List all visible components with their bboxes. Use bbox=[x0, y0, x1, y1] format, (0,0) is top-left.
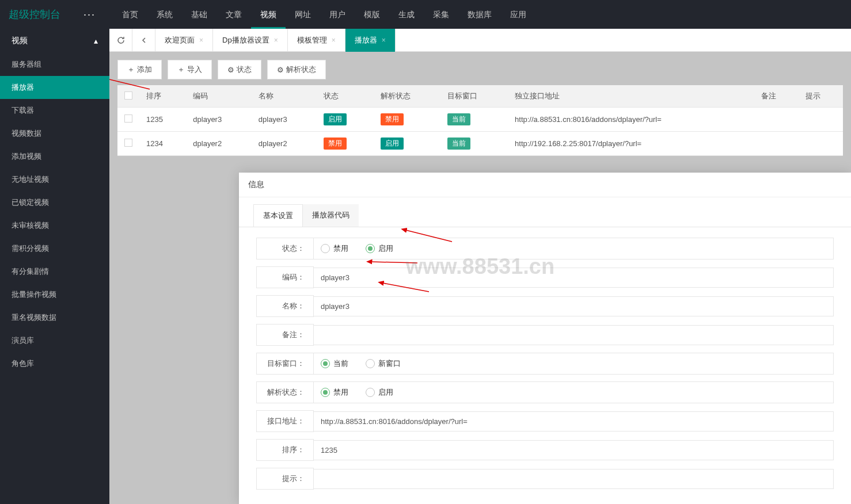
sidebar-item[interactable]: 无地址视频 bbox=[0, 168, 109, 191]
api-input[interactable] bbox=[314, 411, 834, 432]
sidebar-item[interactable]: 重名视频数据 bbox=[0, 306, 109, 329]
tab-code[interactable]: 播放器代码 bbox=[303, 204, 359, 227]
modal-title: 信息 bbox=[239, 173, 851, 197]
code-input[interactable] bbox=[314, 268, 834, 288]
target-badge[interactable]: 当前 bbox=[447, 113, 470, 125]
topnav-item[interactable]: 系统 bbox=[147, 0, 182, 29]
api-label: 接口地址： bbox=[256, 410, 314, 432]
svg-line-2 bbox=[371, 262, 417, 263]
status-disable-radio[interactable]: 禁用 bbox=[321, 243, 348, 254]
table-header: 名称 bbox=[252, 85, 317, 108]
close-icon[interactable]: × bbox=[199, 29, 203, 52]
status-button[interactable]: ⚙状态 bbox=[218, 60, 261, 79]
close-icon[interactable]: × bbox=[274, 29, 278, 52]
chevron-up-icon: ▴ bbox=[94, 36, 98, 45]
topnav-item[interactable]: 采集 bbox=[424, 0, 458, 29]
target-label: 目标窗口： bbox=[256, 353, 314, 375]
topnav-item[interactable]: 基础 bbox=[182, 0, 216, 29]
topnav-item[interactable]: 文章 bbox=[216, 0, 251, 29]
topnav-item[interactable]: 网址 bbox=[286, 0, 320, 29]
plus-icon: ＋ bbox=[177, 64, 185, 75]
tab[interactable]: Dp播放器设置× bbox=[213, 29, 288, 52]
checkbox[interactable] bbox=[124, 91, 132, 100]
table-header: 解析状态 bbox=[374, 85, 441, 108]
topnav-item[interactable]: 视频 bbox=[251, 0, 286, 29]
tab[interactable]: 播放器× bbox=[345, 29, 396, 52]
tab-label: Dp播放器设置 bbox=[222, 29, 269, 52]
topnav-item[interactable]: 模版 bbox=[355, 0, 389, 29]
table-row[interactable]: 1234dplayer2dplayer2禁用启用当前http://192.168… bbox=[117, 132, 843, 156]
table-header: 编码 bbox=[186, 85, 251, 108]
sidebar-item[interactable]: 角色库 bbox=[0, 352, 109, 375]
more-icon[interactable]: ··· bbox=[83, 9, 96, 21]
modal-body: 状态： 禁用 启用 编码： 名称： 备注： bbox=[239, 227, 851, 504]
sidebar-item[interactable]: 需积分视频 bbox=[0, 237, 109, 260]
status-label: 状态： bbox=[256, 238, 314, 259]
parse-disable-radio[interactable]: 禁用 bbox=[321, 387, 348, 398]
close-icon[interactable]: × bbox=[332, 29, 336, 52]
topnav-item[interactable]: 生成 bbox=[389, 0, 424, 29]
sidebar-item[interactable]: 批量操作视频 bbox=[0, 283, 109, 306]
table-header: 状态 bbox=[317, 85, 373, 108]
tab-label: 欢迎页面 bbox=[165, 29, 195, 52]
plus-icon: ＋ bbox=[127, 64, 135, 75]
sidebar-item[interactable]: 下载器 bbox=[0, 99, 109, 122]
sidebar-items: 服务器组播放器下载器视频数据添加视频无地址视频已锁定视频未审核视频需积分视频有分… bbox=[0, 53, 109, 375]
tab[interactable]: 欢迎页面× bbox=[155, 29, 213, 52]
sidebar-title[interactable]: 视频 ▴ bbox=[0, 29, 109, 53]
parse-badge[interactable]: 启用 bbox=[381, 138, 404, 150]
parse-enable-radio[interactable]: 启用 bbox=[366, 387, 393, 398]
tab-label: 播放器 bbox=[355, 29, 377, 52]
table-header: 备注 bbox=[754, 85, 799, 108]
target-badge[interactable]: 当前 bbox=[447, 138, 470, 150]
sidebar-item[interactable]: 服务器组 bbox=[0, 53, 109, 76]
status-enable-radio[interactable]: 启用 bbox=[366, 243, 393, 254]
modal-tabs: 基本设置 播放器代码 bbox=[239, 197, 851, 227]
refresh-icon[interactable] bbox=[109, 29, 132, 52]
logo: 超级控制台 bbox=[9, 7, 60, 21]
sidebar-item[interactable]: 演员库 bbox=[0, 329, 109, 352]
back-icon[interactable] bbox=[132, 29, 155, 52]
status-badge[interactable]: 启用 bbox=[324, 113, 347, 125]
target-current-radio[interactable]: 当前 bbox=[321, 358, 348, 369]
status-badge[interactable]: 禁用 bbox=[324, 138, 347, 150]
remark-label: 备注： bbox=[256, 324, 314, 346]
content: 欢迎页面×Dp播放器设置×模板管理×播放器× ＋添加 ＋导入 ⚙状态 ⚙解析状态… bbox=[109, 29, 851, 504]
tabbar: 欢迎页面×Dp播放器设置×模板管理×播放器× bbox=[109, 29, 851, 52]
parse-badge[interactable]: 禁用 bbox=[381, 113, 404, 125]
sidebar-item[interactable]: 播放器 bbox=[0, 76, 109, 99]
remark-input[interactable] bbox=[314, 325, 834, 345]
tab-basic[interactable]: 基本设置 bbox=[253, 204, 303, 227]
topnav-item[interactable]: 应用 bbox=[501, 0, 535, 29]
topbar: 超级控制台 ··· 首页系统基础文章视频网址用户模版生成采集数据库应用 bbox=[0, 0, 851, 29]
parse-button[interactable]: ⚙解析状态 bbox=[267, 60, 326, 79]
tab-label: 模板管理 bbox=[297, 29, 327, 52]
sort-input[interactable] bbox=[314, 440, 834, 460]
topnav-item[interactable]: 用户 bbox=[320, 0, 355, 29]
topnav-item[interactable]: 首页 bbox=[113, 0, 147, 29]
sidebar-item[interactable]: 有分集剧情 bbox=[0, 260, 109, 283]
sidebar-item[interactable]: 已锁定视频 bbox=[0, 191, 109, 214]
name-label: 名称： bbox=[256, 295, 314, 317]
table-header: 独立接口地址 bbox=[508, 85, 754, 108]
tip-input[interactable] bbox=[314, 469, 834, 489]
toolbar: ＋添加 ＋导入 ⚙状态 ⚙解析状态 bbox=[117, 60, 843, 79]
topnav-item[interactable]: 数据库 bbox=[458, 0, 501, 29]
checkbox[interactable] bbox=[124, 139, 132, 147]
table-row[interactable]: 1235dplayer3dplayer3启用禁用当前http://a.88531… bbox=[117, 108, 843, 132]
sidebar-item[interactable]: 未审核视频 bbox=[0, 214, 109, 237]
close-icon[interactable]: × bbox=[382, 29, 386, 52]
gear-icon: ⚙ bbox=[277, 66, 284, 74]
checkbox[interactable] bbox=[124, 114, 132, 123]
table-header: 提示 bbox=[799, 85, 843, 108]
target-new-radio[interactable]: 新窗口 bbox=[366, 358, 401, 369]
table-header: 排序 bbox=[139, 85, 186, 108]
table-header: 目标窗口 bbox=[440, 85, 508, 108]
code-label: 编码： bbox=[256, 266, 314, 288]
sidebar-item[interactable]: 视频数据 bbox=[0, 122, 109, 145]
add-button[interactable]: ＋添加 bbox=[117, 60, 162, 79]
tab[interactable]: 模板管理× bbox=[288, 29, 345, 52]
import-button[interactable]: ＋导入 bbox=[168, 60, 212, 79]
sidebar-item[interactable]: 添加视频 bbox=[0, 145, 109, 168]
name-input[interactable] bbox=[314, 296, 834, 316]
